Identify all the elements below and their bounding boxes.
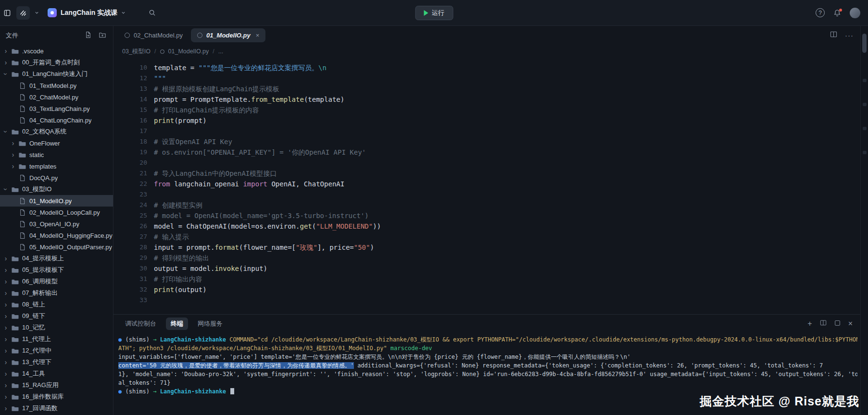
tree-folder-12_代理中[interactable]: ›12_代理中 xyxy=(0,345,113,356)
tree-folder-17_回调函数[interactable]: ›17_回调函数 xyxy=(0,403,113,414)
code-line-28[interactable]: 28input = prompt.format(flower_name=["玫瑰… xyxy=(113,242,860,253)
chevron-right-icon[interactable]: › xyxy=(3,405,9,412)
code-line-30[interactable]: 30output = model.invoke(input) xyxy=(113,263,860,274)
code-line-27[interactable]: 27# 输入提示 xyxy=(113,232,860,242)
code-line-17[interactable]: 17 xyxy=(113,126,860,136)
chevron-right-icon[interactable]: › xyxy=(3,382,9,389)
maximize-panel-icon[interactable] xyxy=(834,319,841,328)
breadcrumb-folder[interactable]: 03_模型IO xyxy=(122,48,151,56)
tree-folder-07_解析输出[interactable]: ›07_解析输出 xyxy=(0,287,113,299)
code-line-12[interactable]: 12""" xyxy=(113,73,860,84)
help-icon[interactable]: ? xyxy=(816,8,825,17)
code-line-13[interactable]: 13# 根据原始模板创建LangChain提示模板 xyxy=(113,84,860,94)
chevron-right-icon[interactable]: › xyxy=(3,267,9,273)
code-line-18[interactable]: 18# 设置OpenAI API Key xyxy=(113,136,860,147)
tree-folder-01_LangChain快速入门[interactable]: ›01_LangChain快速入门 xyxy=(0,68,113,80)
tree-file-04_ChatLongChain.py[interactable]: ›04_ChatLongChain.py xyxy=(0,114,113,126)
chevron-right-icon[interactable]: › xyxy=(3,313,9,319)
new-terminal-icon[interactable]: + xyxy=(807,320,812,328)
tree-file-04_ModelIO_HuggingFace.py[interactable]: ›04_ModelIO_HuggingFace.py xyxy=(0,230,113,241)
code-editor[interactable]: 10template = """您是一位专业的鲜花店文案撰写员。\n12"""1… xyxy=(113,59,860,314)
tree-file-05_ModelIO_OutputParser.py[interactable]: ›05_ModelIO_OutputParser.py xyxy=(0,241,113,253)
editor-tab-02_ChatModel.py[interactable]: 02_ChatModel.py xyxy=(118,28,189,42)
file-tree[interactable]: ›.vscode›00_开篇词_奇点时刻›01_LangChain快速入门›01… xyxy=(0,45,113,415)
new-file-icon[interactable] xyxy=(85,31,92,40)
tree-file-DocQA.py[interactable]: ›DocQA.py xyxy=(0,172,113,183)
chevron-right-icon[interactable]: › xyxy=(10,163,16,170)
chevron-down-icon[interactable] xyxy=(35,11,39,15)
tree-file-02_ChatModel.py[interactable]: ›02_ChatModel.py xyxy=(0,91,113,103)
editor-tab-01_ModelIO.py[interactable]: 01_ModelIO.py× xyxy=(191,28,265,42)
tree-folder-00_开篇词_奇点时刻[interactable]: ›00_开篇词_奇点时刻 xyxy=(0,57,113,68)
code-line-26[interactable]: 26model = ChatOpenAI(model=os.environ.ge… xyxy=(113,221,860,232)
tree-file-01_ModelIO.py[interactable]: ›01_ModelIO.py xyxy=(0,195,113,207)
chevron-right-icon[interactable]: › xyxy=(3,255,9,262)
close-icon[interactable]: × xyxy=(256,32,260,39)
run-button[interactable]: 运行 xyxy=(415,6,453,20)
chevron-right-icon[interactable]: › xyxy=(10,140,16,146)
code-line-22[interactable]: 22from langchain_openai import OpenAI, C… xyxy=(113,179,860,189)
tree-folder-05_提示模板下[interactable]: ›05_提示模板下 xyxy=(0,264,113,276)
code-line-25[interactable]: 25# model = OpenAI(model_name='gpt-3.5-t… xyxy=(113,210,860,221)
code-line-21[interactable]: 21# 导入LangChain中的OpenAI模型接口 xyxy=(113,168,860,179)
panel-tab-终端[interactable]: 终端 xyxy=(166,317,188,330)
chevron-right-icon[interactable]: › xyxy=(3,359,9,366)
search-icon[interactable] xyxy=(149,9,156,16)
panel-tab-调试控制台[interactable]: 调试控制台 xyxy=(120,317,161,330)
tree-folder-09_链下[interactable]: ›09_链下 xyxy=(0,310,113,322)
tree-folder-11_代理上[interactable]: ›11_代理上 xyxy=(0,333,113,345)
scrollbar[interactable] xyxy=(862,34,867,53)
chevron-right-icon[interactable]: › xyxy=(3,370,9,377)
chevron-right-icon[interactable]: › xyxy=(3,48,9,54)
chevron-down-icon[interactable]: › xyxy=(2,129,9,134)
code-line-33[interactable]: 33 xyxy=(113,295,860,305)
tree-folder-16_操作数据库[interactable]: ›16_操作数据库 xyxy=(0,391,113,403)
chevron-right-icon[interactable]: › xyxy=(3,290,9,296)
chevron-right-icon[interactable]: › xyxy=(3,278,9,285)
new-folder-icon[interactable] xyxy=(99,31,106,40)
code-line-20[interactable]: 20 xyxy=(113,158,860,168)
tree-folder-OneFlower[interactable]: ›OneFlower xyxy=(0,137,113,149)
tree-folder-08_链上[interactable]: ›08_链上 xyxy=(0,299,113,310)
workspace-switcher[interactable]: LangChain 实战课 xyxy=(44,6,129,19)
tree-folder-.vscode[interactable]: ›.vscode xyxy=(0,45,113,57)
chevron-right-icon[interactable]: › xyxy=(3,301,9,308)
code-line-29[interactable]: 29# 得到模型的输出 xyxy=(113,253,860,263)
more-actions-icon[interactable]: ··· xyxy=(845,31,854,39)
tree-folder-15_RAG应用[interactable]: ›15_RAG应用 xyxy=(0,379,113,391)
code-line-15[interactable]: 15# 打印LangChain提示模板的内容 xyxy=(113,105,860,115)
tree-folder-14_工具[interactable]: ›14_工具 xyxy=(0,368,113,379)
panel-tab-网络服务[interactable]: 网络服务 xyxy=(193,317,227,330)
code-line-32[interactable]: 32print(output) xyxy=(113,284,860,295)
app-logo[interactable] xyxy=(16,6,30,20)
chevron-right-icon[interactable]: › xyxy=(3,324,9,331)
tree-folder-04_提示模板上[interactable]: ›04_提示模板上 xyxy=(0,253,113,264)
chevron-right-icon[interactable]: › xyxy=(3,336,9,342)
notifications-icon[interactable] xyxy=(833,9,841,17)
tree-folder-02_文档QA系统[interactable]: ›02_文档QA系统 xyxy=(0,126,113,137)
workbench-icon[interactable] xyxy=(4,10,11,16)
split-terminal-icon[interactable] xyxy=(820,319,827,328)
tree-file-03_TextLangChain.py[interactable]: ›03_TextLangChain.py xyxy=(0,103,113,114)
split-editor-icon[interactable] xyxy=(830,31,837,40)
tree-folder-templates[interactable]: ›templates xyxy=(0,160,113,172)
close-panel-icon[interactable]: × xyxy=(848,320,853,328)
code-line-10[interactable]: 10template = """您是一位专业的鲜花店文案撰写员。\n xyxy=(113,62,860,73)
tree-folder-13_代理下[interactable]: ›13_代理下 xyxy=(0,356,113,368)
tree-file-02_ModelIO_LoopCall.py[interactable]: ›02_ModelIO_LoopCall.py xyxy=(0,207,113,218)
chevron-right-icon[interactable]: › xyxy=(3,393,9,400)
code-line-16[interactable]: 16print(prompt) xyxy=(113,115,860,126)
tree-folder-static[interactable]: ›static xyxy=(0,149,113,160)
tree-file-03_OpenAI_IO.py[interactable]: ›03_OpenAI_IO.py xyxy=(0,218,113,230)
tree-folder-06_调用模型[interactable]: ›06_调用模型 xyxy=(0,276,113,287)
tree-folder-10_记忆[interactable]: ›10_记忆 xyxy=(0,322,113,333)
breadcrumb-more[interactable]: ... xyxy=(218,48,223,55)
chevron-right-icon[interactable]: › xyxy=(3,347,9,354)
avatar[interactable] xyxy=(850,8,860,18)
code-line-19[interactable]: 19# os.environ["OPENAI_API_KEY"] = '你的Op… xyxy=(113,147,860,158)
tree-file-01_TextModel.py[interactable]: ›01_TextModel.py xyxy=(0,80,113,91)
code-line-14[interactable]: 14prompt = PromptTemplate.from_template(… xyxy=(113,94,860,105)
chevron-right-icon[interactable]: › xyxy=(10,151,16,158)
code-line-24[interactable]: 24# 创建模型实例 xyxy=(113,200,860,210)
breadcrumb-file[interactable]: 01_ModelIO.py xyxy=(168,48,209,55)
